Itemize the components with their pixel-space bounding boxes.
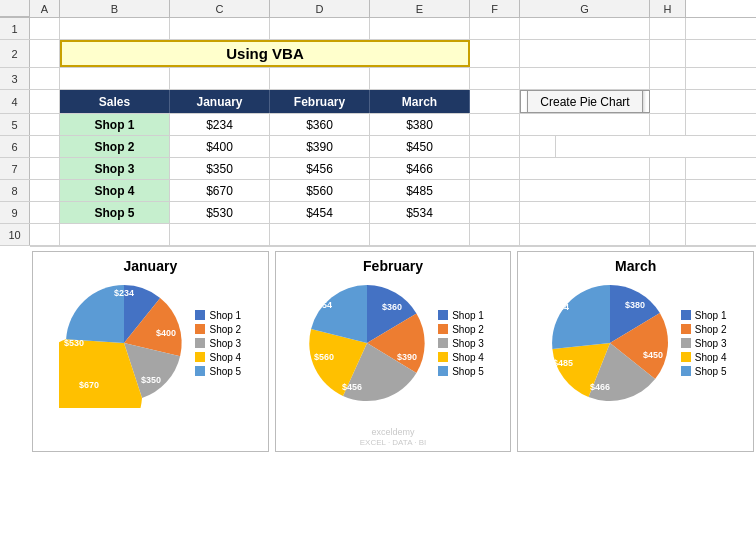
cell-h9[interactable] [650, 202, 686, 223]
legend-item-shop5: Shop 5 [195, 366, 241, 377]
td-shop1-label: Shop 1 [60, 114, 170, 135]
cell-h7[interactable] [650, 158, 686, 179]
cell-a9[interactable] [30, 202, 60, 223]
legend-item-shop3: Shop 3 [195, 338, 241, 349]
legend-label-feb-shop3: Shop 3 [452, 338, 484, 349]
td-shop3-jan: $350 [170, 158, 270, 179]
col-header-e: E [370, 0, 470, 17]
cell-f2[interactable] [470, 40, 520, 67]
cell-e3[interactable] [370, 68, 470, 89]
th-february: February [270, 90, 370, 113]
chart-february: February [275, 251, 512, 452]
svg-text:$390: $390 [397, 352, 417, 362]
cell-h4[interactable] [650, 90, 686, 113]
spreadsheet: A B C D E F G H 1 2 Using VBA [0, 0, 756, 536]
legend-color-feb-shop5 [438, 366, 448, 376]
cell-g1[interactable] [520, 18, 650, 39]
row-num-7: 7 [0, 158, 30, 179]
row-1: 1 [0, 18, 756, 40]
legend-label-shop4: Shop 4 [209, 352, 241, 363]
row-num-3: 3 [0, 68, 30, 89]
cell-b1[interactable] [60, 18, 170, 39]
cell-g3[interactable] [520, 68, 650, 89]
grid-body: 1 2 Using VBA 3 [0, 18, 756, 246]
cell-c3[interactable] [170, 68, 270, 89]
legend-color-mar-shop5 [681, 366, 691, 376]
svg-text:$466: $466 [590, 382, 610, 392]
row-8: 8 Shop 4 $670 $560 $485 [0, 180, 756, 202]
cell-f8[interactable] [470, 180, 520, 201]
cell-d1[interactable] [270, 18, 370, 39]
cell-f7[interactable] [470, 158, 520, 179]
chart-february-legend: Shop 1 Shop 2 Shop 3 Shop 4 [438, 310, 484, 377]
cell-d3[interactable] [270, 68, 370, 89]
cell-e10[interactable] [370, 224, 470, 245]
svg-text:$560: $560 [314, 352, 334, 362]
cell-f4[interactable] [470, 90, 520, 113]
row-num-5: 5 [0, 114, 30, 135]
cell-g8[interactable] [520, 180, 650, 201]
chart-march-legend: Shop 1 Shop 2 Shop 3 Shop 4 [681, 310, 727, 377]
td-shop1-mar: $380 [370, 114, 470, 135]
svg-text:$450: $450 [643, 350, 663, 360]
row-3: 3 [0, 68, 756, 90]
cell-h2[interactable] [650, 40, 686, 67]
legend-item-mar-shop4: Shop 4 [681, 352, 727, 363]
cell-b3[interactable] [60, 68, 170, 89]
legend-color-shop1 [195, 310, 205, 320]
td-shop3-feb: $456 [270, 158, 370, 179]
cell-h1[interactable] [650, 18, 686, 39]
legend-label-mar-shop2: Shop 2 [695, 324, 727, 335]
create-pie-chart-button[interactable]: Create Pie Chart [527, 90, 642, 113]
td-shop4-mar: $485 [370, 180, 470, 201]
cell-a1[interactable] [30, 18, 60, 39]
cell-h8[interactable] [650, 180, 686, 201]
legend-label-shop3: Shop 3 [209, 338, 241, 349]
cell-g10[interactable] [520, 224, 650, 245]
legend-label-feb-shop4: Shop 4 [452, 352, 484, 363]
row-num-9: 9 [0, 202, 30, 223]
cell-g5[interactable] [520, 114, 650, 135]
cell-h6[interactable] [520, 136, 556, 157]
cell-a2[interactable] [30, 40, 60, 67]
cell-a4[interactable] [30, 90, 60, 113]
svg-text:$670: $670 [79, 380, 99, 390]
row-10: 10 [0, 224, 756, 246]
cell-f9[interactable] [470, 202, 520, 223]
cell-g2[interactable] [520, 40, 650, 67]
legend-item-feb-shop1: Shop 1 [438, 310, 484, 321]
cell-a8[interactable] [30, 180, 60, 201]
legend-color-shop4 [195, 352, 205, 362]
cell-g7[interactable] [520, 158, 650, 179]
chart-january-pie: $234 $400 $350 $670 $530 [59, 278, 189, 408]
cell-f1[interactable] [470, 18, 520, 39]
cell-h5[interactable] [650, 114, 686, 135]
cell-c10[interactable] [170, 224, 270, 245]
cell-b10[interactable] [60, 224, 170, 245]
cell-a6[interactable] [30, 136, 60, 157]
cell-g9[interactable] [520, 202, 650, 223]
legend-color-feb-shop4 [438, 352, 448, 362]
cell-a5[interactable] [30, 114, 60, 135]
cell-e1[interactable] [370, 18, 470, 39]
legend-label-mar-shop1: Shop 1 [695, 310, 727, 321]
td-shop3-label: Shop 3 [60, 158, 170, 179]
legend-item-shop2: Shop 2 [195, 324, 241, 335]
cell-c1[interactable] [170, 18, 270, 39]
cell-f10[interactable] [470, 224, 520, 245]
chart-march-title: March [615, 258, 656, 274]
cell-h3[interactable] [650, 68, 686, 89]
cell-a7[interactable] [30, 158, 60, 179]
corner-cell [0, 0, 30, 17]
cell-d10[interactable] [270, 224, 370, 245]
cell-f6[interactable] [470, 136, 520, 157]
row-2: 2 Using VBA [0, 40, 756, 68]
cell-f5[interactable] [470, 114, 520, 135]
cell-a10[interactable] [30, 224, 60, 245]
cell-f3[interactable] [470, 68, 520, 89]
cell-h10[interactable] [650, 224, 686, 245]
svg-text:$380: $380 [625, 300, 645, 310]
td-shop1-jan: $234 [170, 114, 270, 135]
cell-a3[interactable] [30, 68, 60, 89]
legend-label-feb-shop2: Shop 2 [452, 324, 484, 335]
